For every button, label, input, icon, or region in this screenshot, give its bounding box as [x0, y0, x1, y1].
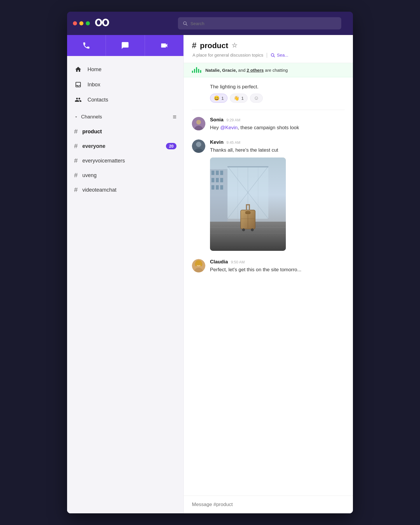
reaction-count-1: 1 — [221, 96, 224, 101]
messages-icon — [121, 41, 129, 50]
channels-header: Channels ≡ — [74, 113, 176, 121]
star-icon[interactable]: ☆ — [232, 42, 237, 49]
message-text-1: The lighting is perfect. — [210, 83, 345, 91]
svg-rect-18 — [220, 171, 223, 175]
channel-hash-large-icon: # — [192, 41, 197, 50]
channel-name-uveng: uveng — [82, 172, 97, 178]
svg-rect-39 — [246, 211, 250, 214]
avatar-claudia — [192, 259, 205, 272]
svg-rect-23 — [216, 185, 219, 190]
channel-item-everyvoicematters[interactable]: # everyvoicematters — [74, 153, 176, 168]
home-label: Home — [88, 66, 102, 73]
channel-name-product: product — [82, 129, 102, 135]
channel-item-everyone[interactable]: # everyone 20 — [74, 139, 176, 153]
svg-rect-19 — [211, 178, 214, 182]
channel-item-uveng[interactable]: # uveng — [74, 168, 176, 183]
message-text-claudia: Perfect, let's get this on the site tomo… — [210, 266, 345, 274]
messages-list: The lighting is perfect. 😄 1 👋 1 ☺ — [184, 77, 353, 496]
svg-rect-21 — [220, 178, 223, 182]
svg-point-12 — [196, 142, 201, 147]
sidebar-nav: Home Inbox Contact — [67, 56, 183, 113]
sonia-avatar-image — [192, 117, 205, 130]
channel-hash-icon: # — [74, 142, 78, 150]
chat-area: # product ☆ A place for general discussi… — [184, 35, 353, 513]
channel-hash-icon: # — [74, 172, 78, 179]
reaction-count-2: 1 — [241, 96, 244, 101]
mention-kevin[interactable]: @Kevin — [220, 125, 238, 130]
add-reaction-button[interactable]: ☺ — [250, 94, 263, 103]
main-content: Home Inbox Contact — [67, 35, 353, 513]
messages-nav-button[interactable] — [106, 35, 145, 56]
chat-header: # product ☆ A place for general discussi… — [184, 35, 353, 63]
reaction-emoji-wave: 👋 — [234, 95, 239, 101]
chatters-text: Natalie, Gracie, and 2 others are chatti… — [205, 68, 288, 73]
channel-badge-everyone: 20 — [166, 143, 176, 149]
channels-section: Channels ≡ # product # everyone 20 # eve… — [67, 113, 183, 197]
sidebar-item-contacts[interactable]: Contacts — [67, 92, 183, 107]
message-group-kevin: Kevin 9:45 AM Thanks all, here's the lat… — [192, 139, 345, 251]
maximize-button[interactable] — [86, 21, 90, 25]
traffic-lights — [73, 21, 90, 25]
minimize-button[interactable] — [79, 21, 83, 25]
chatters-banner: Natalie, Gracie, and 2 others are chatti… — [184, 63, 353, 77]
svg-point-3 — [104, 20, 107, 25]
video-nav-button[interactable] — [145, 35, 183, 56]
channel-name-everyvoicematters: everyvoicematters — [82, 158, 125, 164]
message-header-kevin: Kevin 9:45 AM — [210, 139, 345, 145]
svg-point-9 — [196, 120, 201, 125]
claudia-avatar-image — [192, 259, 205, 272]
message-time-kevin: 9:45 AM — [226, 140, 240, 145]
channels-title: Channels — [74, 114, 102, 120]
reaction-smile[interactable]: 😄 1 — [210, 94, 228, 103]
svg-point-2 — [97, 20, 100, 25]
channel-name-everyone: everyone — [82, 143, 105, 149]
message-body-sonia: Sonia 9:29 AM Hey @Kevin, these campaign… — [210, 117, 345, 132]
message-group-claudia: Claudia 9:50 AM Perfect, let's get this … — [192, 259, 345, 274]
channel-hash-icon: # — [74, 186, 78, 194]
svg-rect-24 — [220, 185, 223, 190]
sender-name-kevin: Kevin — [210, 139, 223, 145]
channels-menu-button[interactable]: ≡ — [173, 113, 176, 121]
message-input-bar — [184, 496, 353, 513]
avatar-sonia — [192, 117, 205, 130]
nav-buttons — [67, 35, 183, 56]
avatar-kevin — [192, 139, 205, 153]
channel-hash-icon: # — [74, 128, 78, 135]
svg-rect-16 — [211, 171, 214, 175]
video-icon — [160, 41, 168, 50]
message-group-sonia: Sonia 9:29 AM Hey @Kevin, these campaign… — [192, 117, 345, 132]
contacts-label: Contacts — [88, 97, 108, 103]
channel-title: product — [200, 41, 228, 50]
channel-item-videoteamchat[interactable]: # videoteamchat — [74, 183, 176, 197]
message-divider — [192, 110, 345, 110]
phone-icon — [82, 41, 90, 50]
search-label: Sea... — [277, 52, 288, 57]
message-header-sonia: Sonia 9:29 AM — [210, 117, 345, 123]
svg-line-7 — [274, 56, 275, 57]
channel-item-product[interactable]: # product — [74, 124, 176, 139]
channel-search-button[interactable]: Sea... — [270, 52, 288, 57]
close-button[interactable] — [73, 21, 77, 25]
message-body-claudia: Claudia 9:50 AM Perfect, let's get this … — [210, 259, 345, 274]
global-search-bar[interactable] — [178, 17, 341, 29]
chat-header-sub: A place for general discussion topics | … — [192, 52, 345, 58]
channel-name-videoteamchat: videoteamchat — [82, 187, 116, 193]
message-image-kevin[interactable] — [210, 158, 286, 251]
sidebar: Home Inbox Contact — [67, 35, 184, 513]
message-time-claudia: 9:50 AM — [231, 260, 245, 264]
reaction-wave[interactable]: 👋 1 — [230, 94, 247, 103]
message-text-kevin: Thanks all, here's the latest cut — [210, 146, 345, 154]
chatters-suffix: are chatting — [265, 68, 288, 73]
channel-hash-icon: # — [74, 157, 78, 164]
message-input[interactable] — [192, 502, 345, 508]
others-link[interactable]: 2 others — [247, 68, 264, 73]
audio-wave-icon — [192, 67, 201, 73]
header-divider: | — [266, 52, 268, 58]
phone-nav-button[interactable] — [67, 35, 106, 56]
inbox-icon — [74, 81, 82, 88]
sidebar-item-home[interactable]: Home — [67, 62, 183, 77]
channel-description: A place for general discussion topics — [192, 52, 263, 57]
search-input[interactable] — [190, 21, 337, 26]
svg-rect-20 — [216, 178, 219, 182]
sidebar-item-inbox[interactable]: Inbox — [67, 77, 183, 92]
